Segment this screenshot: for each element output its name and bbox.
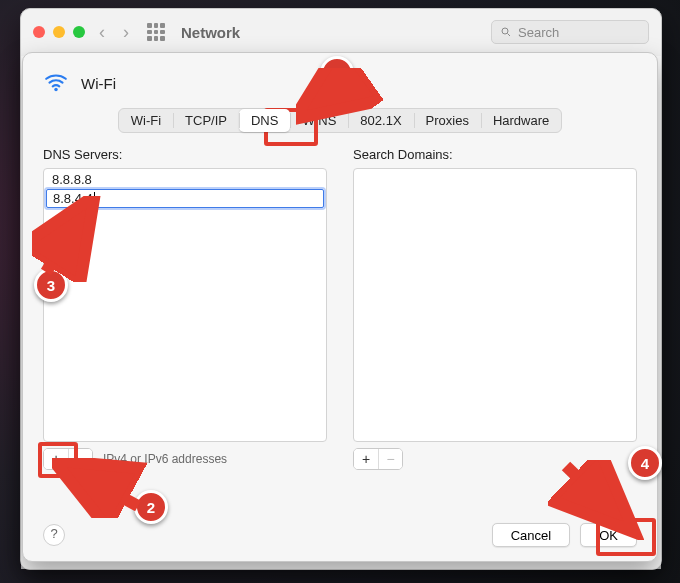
dns-add-button[interactable]: + [44,449,68,469]
toolbar: ‹ › Network Search [21,9,661,56]
dns-add-remove: + − [43,448,93,470]
zoom-icon[interactable] [73,26,85,38]
search-domains-label: Search Domains: [353,147,637,162]
domains-remove-button[interactable]: − [378,449,402,469]
close-icon[interactable] [33,26,45,38]
nav-arrows: ‹ › [99,22,129,43]
help-button[interactable]: ? [43,524,65,546]
dns-hint: IPv4 or IPv6 addresses [103,452,227,466]
show-all-icon[interactable] [147,23,165,41]
dns-remove-button[interactable]: − [68,449,92,469]
dns-servers-list[interactable]: 8.8.8.88.8.4.4 [43,168,327,442]
window-controls [33,26,85,38]
domains-add-remove: + − [353,448,403,470]
tab-proxies[interactable]: Proxies [414,109,481,132]
search-domains-list[interactable] [353,168,637,442]
svg-line-1 [508,34,511,37]
search-domains-column: Search Domains: + − [353,147,637,470]
dns-servers-label: DNS Servers: [43,147,327,162]
search-input[interactable]: Search [491,20,649,44]
tab-bar: Wi-FiTCP/IPDNSWINS802.1XProxiesHardware [118,108,563,133]
cancel-button[interactable]: Cancel [492,523,570,547]
tab-wins[interactable]: WINS [290,109,348,132]
advanced-sheet: Wi-Fi Wi-FiTCP/IPDNSWINS802.1XProxiesHar… [22,52,658,562]
back-button[interactable]: ‹ [99,22,105,43]
svg-point-2 [54,88,57,91]
domains-add-button[interactable]: + [354,449,378,469]
tab-hardware[interactable]: Hardware [481,109,561,132]
svg-point-0 [502,28,508,34]
tab-8021x[interactable]: 802.1X [348,109,413,132]
dns-entry[interactable]: 8.8.8.8 [46,171,324,188]
tab-tcpip[interactable]: TCP/IP [173,109,239,132]
ok-button[interactable]: OK [580,523,637,547]
tab-dns[interactable]: DNS [239,109,290,132]
dns-servers-column: DNS Servers: 8.8.8.88.8.4.4 + − IPv4 or … [43,147,327,470]
dns-entry[interactable]: 8.8.4.4 [46,189,324,208]
interface-name: Wi-Fi [81,75,116,92]
wifi-icon [43,69,69,98]
search-placeholder: Search [518,25,559,40]
minimize-icon[interactable] [53,26,65,38]
forward-button[interactable]: › [123,22,129,43]
tab-wifi[interactable]: Wi-Fi [119,109,173,132]
window-title: Network [181,24,240,41]
